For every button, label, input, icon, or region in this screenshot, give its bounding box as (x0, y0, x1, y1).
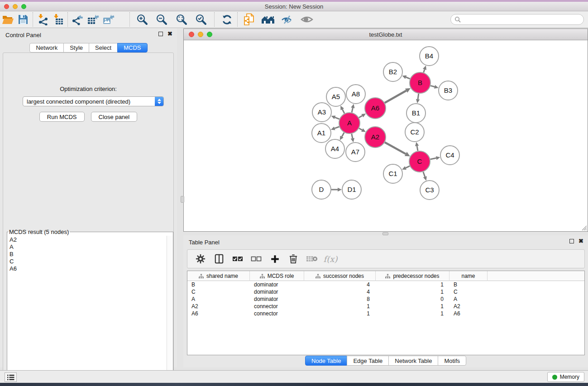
deselect-all-columns-icon[interactable] (250, 256, 262, 262)
graph-edge-A-A8[interactable] (352, 108, 353, 112)
graph-edge-A-A4[interactable] (342, 133, 344, 137)
graph-edge-B-B3[interactable] (430, 86, 435, 86)
hide-selected-button[interactable] (279, 12, 295, 27)
minimize-traffic-light[interactable] (13, 4, 18, 9)
save-session-button[interactable] (15, 12, 31, 27)
export-image-button[interactable] (100, 12, 116, 27)
task-history-button[interactable] (5, 372, 17, 382)
run-mcds-button[interactable]: Run MCDS (39, 112, 85, 122)
table-cell: C (449, 288, 488, 295)
table-tab-node-table[interactable]: Node Table (305, 356, 348, 366)
table-row[interactable]: A2connector11A2 (187, 303, 584, 310)
graph-node-label: B2 (389, 68, 397, 76)
tab-mcds[interactable]: MCDS (117, 43, 147, 52)
table-row[interactable]: Adominator80A (187, 295, 584, 303)
import-network-icon (37, 14, 48, 25)
mcds-result-item[interactable]: C (8, 258, 166, 265)
table-row[interactable]: Cdominator41C (187, 288, 584, 295)
graph-edge-A-A5[interactable] (342, 110, 344, 114)
optimization-criterion-dropdown[interactable]: largest connected component (directed) (23, 96, 164, 106)
column-header-successor-nodes[interactable]: successor nodes (304, 271, 376, 281)
float-panel-icon[interactable] (158, 32, 163, 36)
zoom-selected-button[interactable] (193, 12, 209, 27)
table-tab-edge-table[interactable]: Edge Table (347, 356, 389, 366)
table-tab-network-table[interactable]: Network Table (388, 356, 438, 366)
graph-edge-B-B4[interactable] (424, 69, 425, 72)
table-cell: 1 (376, 310, 449, 317)
column-header-MCDS-role[interactable]: MCDS role (250, 271, 304, 281)
graph-edge-C-C1[interactable] (406, 166, 410, 168)
table-close-panel-icon[interactable]: ✖ (578, 239, 583, 243)
table-tab-motifs[interactable]: Motifs (438, 356, 466, 366)
result-scrollbar[interactable] (167, 236, 172, 381)
memory-button[interactable]: Memory (547, 372, 584, 382)
table-panel-header: Table Panel ✖ (183, 235, 588, 249)
zoom-out-button[interactable] (154, 12, 169, 27)
graph-edge-B-B2[interactable] (406, 77, 410, 79)
column-header-predecessor-nodes[interactable]: predecessor nodes (376, 271, 449, 281)
network-graph[interactable]: B4B2BB3A5A8A6A3B1AA1C2A2A4A7C4CC1C3DD1 (184, 41, 588, 232)
control-panel-header: Control Panel ✖ (0, 28, 177, 42)
tab-style[interactable]: Style (63, 43, 89, 52)
graph-edge-C-C2[interactable] (417, 146, 418, 151)
table-row[interactable]: Bdominator41B (187, 281, 584, 288)
window-controls (4, 4, 26, 9)
close-panel-button[interactable]: Close panel (91, 112, 138, 122)
column-header-label: predecessor nodes (393, 273, 439, 279)
import-table-button[interactable] (50, 12, 66, 27)
zoom-in-button[interactable] (134, 12, 150, 27)
table-row[interactable]: A6connector11A6 (187, 310, 584, 317)
select-all-columns-icon[interactable] (232, 256, 244, 262)
tab-network[interactable]: Network (29, 43, 64, 52)
close-panel-icon[interactable]: ✖ (167, 32, 172, 36)
add-column-icon[interactable] (269, 254, 281, 264)
home-views-button[interactable] (260, 12, 276, 27)
graph-edge-A-A3[interactable] (335, 117, 339, 119)
network-horizontal-scrollbar[interactable] (382, 232, 388, 235)
window-resize-grip[interactable] (581, 225, 587, 231)
search-input[interactable] (461, 15, 583, 24)
zoom-fit-button[interactable] (174, 12, 189, 27)
mcds-result-item[interactable]: B (8, 251, 166, 258)
settings-gear-icon[interactable] (195, 254, 206, 264)
column-manager-icon[interactable] (213, 254, 225, 264)
graph-edge-arrowhead (423, 176, 427, 181)
mcds-result-item[interactable]: A2 (8, 236, 166, 243)
export-network-button[interactable] (70, 12, 85, 27)
session-details-button[interactable] (241, 12, 257, 27)
graph-edge-C-C3[interactable] (423, 172, 425, 177)
column-header-name[interactable]: name (449, 271, 488, 281)
graph-node-label: D (319, 186, 324, 193)
table-float-panel-icon[interactable] (569, 239, 574, 243)
close-traffic-light[interactable] (4, 4, 9, 9)
dropdown-stepper-icon (155, 97, 163, 106)
zoom-traffic-light[interactable] (21, 4, 26, 9)
mcds-result-item[interactable]: A (8, 243, 166, 251)
delete-column-icon[interactable] (287, 254, 299, 264)
table-panel-title: Table Panel (189, 239, 220, 246)
refresh-view-button[interactable] (219, 12, 234, 27)
mcds-result-title: MCDS result (5 nodes) (8, 229, 70, 235)
graph-edge-A6-B[interactable] (385, 91, 406, 103)
graph-edge-B-B1[interactable] (418, 94, 419, 99)
tab-select[interactable]: Select (89, 43, 118, 52)
graph-edge-A-A7[interactable] (352, 134, 353, 138)
network-vertical-scrollbar[interactable] (181, 196, 184, 203)
graph-edge-arrowhead (434, 85, 439, 89)
column-header-shared-name[interactable]: shared name (187, 271, 250, 281)
import-table-icon (52, 14, 64, 25)
column-type-icon (199, 274, 204, 279)
open-file-button[interactable] (0, 12, 15, 27)
app-titlebar: Session: New Session (0, 2, 588, 11)
graph-edge-C-C4[interactable] (430, 158, 436, 159)
graph-node-label: A3 (318, 108, 326, 116)
graph-edge-A-A6[interactable] (359, 116, 363, 118)
graph-edge-A-A2[interactable] (359, 128, 362, 130)
graph-edge-A2-C[interactable] (385, 143, 406, 154)
export-table-button[interactable] (85, 12, 100, 27)
search-field[interactable] (450, 14, 584, 25)
graph-node-label: A5 (332, 93, 340, 100)
graph-edge-A-A1[interactable] (335, 127, 339, 129)
import-network-button[interactable] (35, 12, 50, 27)
mcds-result-item[interactable]: A6 (8, 265, 166, 272)
